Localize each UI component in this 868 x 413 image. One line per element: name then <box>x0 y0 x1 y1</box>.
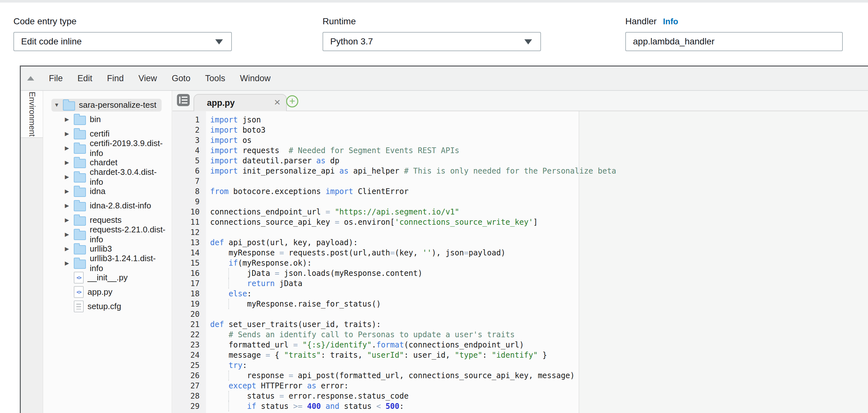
collapsed-arrow-icon[interactable]: ▶ <box>65 231 74 238</box>
indent-guide <box>228 278 229 289</box>
folder-icon <box>74 260 86 269</box>
code-line: from botocore.exceptions import ClientEr… <box>210 186 868 197</box>
tree-item-label: urllib3 <box>90 244 112 254</box>
tab-list-icon[interactable] <box>177 94 190 106</box>
tree-item-label: certifi-2019.3.9.dist-info <box>90 139 167 158</box>
collapsed-arrow-icon[interactable]: ▶ <box>65 245 74 252</box>
info-link[interactable]: Info <box>663 17 678 26</box>
close-tab-icon[interactable]: × <box>274 96 280 108</box>
tree-item-bin[interactable]: ▶bin <box>43 112 172 126</box>
tree-item-label: setup.cfg <box>88 301 121 311</box>
indent-guide <box>228 299 229 309</box>
line-number: 11 <box>173 217 206 227</box>
tree-item-sara-personalize-test[interactable]: ▼sara-personalize-test <box>43 98 172 112</box>
indent-guide <box>228 268 229 278</box>
handler-label-row: HandlerInfo <box>625 15 843 28</box>
collapsed-arrow-icon[interactable]: ▶ <box>65 159 74 166</box>
page-top-divider <box>0 0 868 3</box>
collapsed-arrow-icon[interactable]: ▶ <box>65 202 74 209</box>
tree-item-idna-2.8.dist-info[interactable]: ▶idna-2.8.dist-info <box>43 199 172 213</box>
code-line: message = { "traits": traits, "userId": … <box>210 350 868 360</box>
indent-guide <box>228 391 229 401</box>
folder-icon <box>74 216 86 226</box>
indent-guide <box>228 371 229 381</box>
code-line: except HTTPError as error: <box>210 381 868 391</box>
line-number: 5 <box>173 156 206 166</box>
collapsed-arrow-icon[interactable]: ▶ <box>65 130 74 137</box>
environment-tab[interactable]: Environment <box>21 91 43 138</box>
tree-item-chardet-3.0.4.dist-info[interactable]: ▶chardet-3.0.4.dist-info <box>43 170 172 184</box>
code-line: import json <box>210 115 868 125</box>
tree-item-inner: <>__init__.py <box>62 271 133 284</box>
tree-item-inner: ▶bin <box>62 113 106 126</box>
tab-app-py[interactable]: app.py × <box>193 94 287 111</box>
code-line: import boto3 <box>210 125 868 135</box>
line-number: 6 <box>173 166 206 176</box>
expanded-arrow-icon[interactable]: ▼ <box>54 102 63 108</box>
tree-item-inner: ▶requests-2.21.0.dist-info <box>62 228 172 241</box>
menu-item-tools[interactable]: Tools <box>205 73 225 83</box>
collapsed-arrow-icon[interactable]: ▶ <box>65 174 74 180</box>
line-number: 21 <box>173 319 206 330</box>
tree-item-label: bin <box>90 114 101 124</box>
config-file-icon <box>74 300 84 312</box>
folder-icon <box>74 202 86 211</box>
collapsed-arrow-icon[interactable]: ▶ <box>65 217 74 224</box>
tree-item-label: __init__.py <box>88 273 128 283</box>
folder-icon <box>74 130 86 139</box>
menu-item-goto[interactable]: Goto <box>172 73 191 83</box>
line-number: 14 <box>173 248 206 258</box>
editor-pane: app.py × + 12345678910111213141516171819… <box>173 91 868 413</box>
file-tree: ▼sara-personalize-test▶bin▶certifi▶certi… <box>43 91 172 413</box>
tree-item-inner: ▶chardet-3.0.4.dist-info <box>62 171 172 183</box>
line-number: 19 <box>173 299 206 309</box>
tree-item-label: requests-2.21.0.dist-info <box>90 225 167 244</box>
menu-item-edit[interactable]: Edit <box>78 73 93 83</box>
collapse-caret-icon[interactable] <box>27 76 34 81</box>
code-line: return jData <box>210 278 868 289</box>
tree-item-requests-2.21.0.dist-info[interactable]: ▶requests-2.21.0.dist-info <box>43 227 172 242</box>
code-line: if status >= 400 and status < 500: <box>210 401 868 411</box>
line-number: 10 <box>173 207 206 217</box>
collapsed-arrow-icon[interactable]: ▶ <box>65 116 74 123</box>
tree-item-label: app.py <box>88 287 113 297</box>
menu-item-find[interactable]: Find <box>107 73 124 83</box>
new-tab-button[interactable]: + <box>286 95 298 108</box>
collapsed-arrow-icon[interactable]: ▶ <box>65 145 74 151</box>
folder-icon <box>74 188 86 197</box>
menu-item-file[interactable]: File <box>49 73 63 83</box>
line-number: 27 <box>173 381 206 391</box>
tree-item-label: urllib3-1.24.1.dist-info <box>90 254 167 273</box>
folder-icon <box>74 245 86 255</box>
collapsed-arrow-icon[interactable]: ▶ <box>65 188 74 195</box>
dropdown-arrow-icon <box>215 39 223 45</box>
python-file-icon: <> <box>74 272 84 284</box>
code-line: else: <box>210 289 868 299</box>
line-number: 8 <box>173 186 206 197</box>
collapsed-arrow-icon[interactable]: ▶ <box>65 260 74 267</box>
code-line: def set_user_traits(user_id, traits): <box>210 319 868 330</box>
line-number: 7 <box>173 176 206 186</box>
tree-item-certifi-2019.3.9.dist-info[interactable]: ▶certifi-2019.3.9.dist-info <box>43 141 172 155</box>
line-number: 4 <box>173 145 206 156</box>
runtime-label: Runtime <box>322 15 541 28</box>
code-gutter: 1234567891011121314151617181920212223242… <box>173 111 206 413</box>
tree-item-app.py[interactable]: <>app.py <box>43 285 172 299</box>
code-entry-type-select[interactable]: Edit code inline <box>13 32 232 51</box>
menu-item-window[interactable]: Window <box>240 73 271 83</box>
tree-item-urllib3-1.24.1.dist-info[interactable]: ▶urllib3-1.24.1.dist-info <box>43 256 172 270</box>
runtime-select[interactable]: Python 3.7 <box>322 32 541 51</box>
folder-icon <box>74 145 86 154</box>
line-number: 17 <box>173 278 206 289</box>
tree-item-setup.cfg[interactable]: setup.cfg <box>43 299 172 314</box>
tree-item-label: certifi <box>90 129 110 139</box>
code-line <box>210 197 868 207</box>
code-area[interactable]: 1234567891011121314151617181920212223242… <box>173 111 868 413</box>
handler-input[interactable] <box>626 32 842 51</box>
code-line: import dateutil.parser as dp <box>210 156 868 166</box>
code-line: if(myResponse.ok): <box>210 258 868 268</box>
menu-items: FileEditFindViewGotoToolsWindow <box>49 73 271 83</box>
menu-item-view[interactable]: View <box>138 73 157 83</box>
code-line: response = api_post(formatted_url, conne… <box>210 371 868 381</box>
code-line: def api_post(url, key, payload): <box>210 237 868 248</box>
